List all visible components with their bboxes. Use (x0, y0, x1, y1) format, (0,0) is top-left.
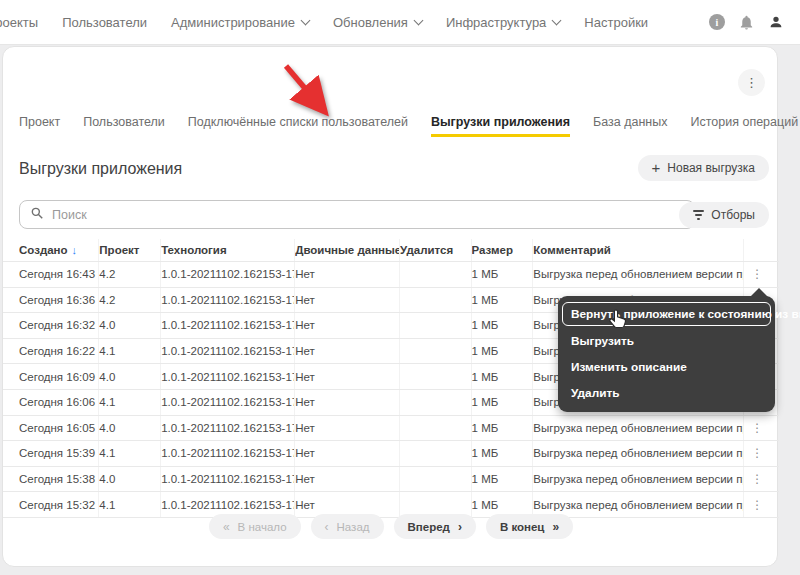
cell-project: 4.2 (99, 288, 161, 313)
row-menu-button[interactable]: ⋮ (751, 446, 763, 460)
tab-operation-history[interactable]: История операций (690, 115, 798, 137)
cell-technology: 1.0.1-20211102.162153-173 (161, 467, 295, 492)
nav-item-projects[interactable]: Проекты (0, 15, 38, 30)
cell-binary-data: Нет (295, 364, 400, 389)
search-input[interactable] (52, 208, 684, 222)
cell-technology: 1.0.1-20211102.162153-173 (161, 313, 295, 338)
cell-comment: Выгрузка перед обновлением версии проект… (533, 467, 743, 492)
cell-binary-data: Нет (295, 262, 400, 287)
main-nav: Проекты Пользователи Администрирование О… (0, 15, 648, 30)
info-icon[interactable]: i (709, 14, 725, 30)
nav-item-settings[interactable]: Настройки (584, 15, 648, 30)
menu-item-restore-from-dump[interactable]: Вернуть приложение к состоянию из выгруз… (562, 302, 771, 326)
cell-created: Сегодня 15:39 (19, 441, 99, 466)
cell-project: 4.0 (99, 416, 161, 441)
cell-size: 1 МБ (472, 288, 534, 313)
cell-expires (400, 262, 472, 287)
cell-comment: Выгрузка перед обновлением версии проект… (533, 262, 743, 287)
cell-expires (400, 390, 472, 415)
pagination-next-button[interactable]: Вперед › (394, 514, 476, 539)
cell-created: Сегодня 16:09 (19, 364, 99, 389)
cell-technology: 1.0.1-20211102.162153-173 (161, 364, 295, 389)
cell-technology: 1.0.1-20211102.162153-173 (161, 262, 295, 287)
cell-technology: 1.0.1-20211102.162153-173 (161, 390, 295, 415)
column-header-comment[interactable]: Комментарий (533, 239, 743, 261)
tab-database[interactable]: База данных (593, 115, 667, 137)
cell-created: Сегодня 16:05 (19, 416, 99, 441)
user-icon[interactable] (768, 14, 784, 30)
cell-created: Сегодня 16:36 (19, 288, 99, 313)
top-navigation-bar: Проекты Пользователи Администрирование О… (0, 0, 800, 45)
table-row[interactable]: Сегодня 15:38 4.0 1.0.1-20211102.162153-… (3, 467, 779, 493)
column-header-technology[interactable]: Технология (161, 239, 295, 261)
cell-created: Сегодня 16:06 (19, 390, 99, 415)
cell-expires (400, 416, 472, 441)
cell-technology: 1.0.1-20211102.162153-173 (161, 288, 295, 313)
filter-icon (693, 210, 704, 220)
chevron-down-icon (552, 15, 562, 25)
search-icon (30, 206, 44, 224)
cell-technology: 1.0.1-20211102.162153-173 (161, 416, 295, 441)
menu-item-edit-description[interactable]: Изменить описание (558, 354, 775, 380)
cell-expires (400, 441, 472, 466)
nav-item-infrastructure[interactable]: Инфраструктура (446, 15, 560, 30)
pagination-last-button[interactable]: В конец » (486, 514, 573, 539)
cell-technology: 1.0.1-20211102.162153-173 (161, 441, 295, 466)
cell-expires (400, 339, 472, 364)
column-header-project[interactable]: Проект (99, 239, 161, 261)
column-header-size[interactable]: Размер (472, 239, 534, 261)
column-header-expires[interactable]: Удалится (400, 239, 472, 261)
cell-comment: Выгрузка перед обновлением версии проект… (533, 416, 743, 441)
nav-item-administration[interactable]: Администрирование (171, 15, 309, 30)
column-header-binary-data[interactable]: Двоичные данные (295, 239, 400, 261)
row-menu-button[interactable]: ⋮ (751, 267, 763, 281)
table-row[interactable]: Сегодня 16:43 4.2 1.0.1-20211102.162153-… (3, 262, 779, 288)
cell-project: 4.0 (99, 467, 161, 492)
cell-binary-data: Нет (295, 416, 400, 441)
menu-item-delete[interactable]: Удалить (558, 380, 775, 406)
nav-item-updates[interactable]: Обновления (333, 15, 422, 30)
new-dump-button[interactable]: + Новая выгрузка (638, 155, 769, 181)
chevron-left-icon: ‹ (325, 520, 329, 534)
cell-expires (400, 364, 472, 389)
nav-item-users[interactable]: Пользователи (62, 15, 147, 30)
cell-created: Сегодня 16:32 (19, 313, 99, 338)
table-header-row: Создано ↓ Проект Технология Двоичные дан… (3, 239, 779, 262)
row-menu-button[interactable]: ⋮ (751, 498, 763, 512)
cell-project: 4.1 (99, 339, 161, 364)
cell-binary-data: Нет (295, 339, 400, 364)
sort-desc-icon: ↓ (72, 244, 78, 256)
cell-project: 4.1 (99, 441, 161, 466)
row-menu-button[interactable]: ⋮ (751, 421, 763, 435)
pagination: « В начало ‹ Назад Вперед › В конец » (3, 514, 779, 539)
cell-size: 1 МБ (472, 262, 534, 287)
cell-size: 1 МБ (472, 313, 534, 338)
pagination-first-button[interactable]: « В начало (209, 514, 301, 539)
table-row[interactable]: Сегодня 15:39 4.1 1.0.1-20211102.162153-… (3, 441, 779, 467)
cell-comment: Выгрузка перед обновлением версии проект… (533, 441, 743, 466)
chevron-right-icon: › (458, 520, 462, 534)
plus-icon: + (652, 159, 661, 176)
filters-button[interactable]: Отборы (679, 202, 769, 228)
tab-users[interactable]: Пользователи (83, 115, 165, 137)
bell-icon[interactable] (738, 14, 755, 31)
pagination-prev-button[interactable]: ‹ Назад (311, 514, 384, 539)
tab-connected-user-lists[interactable]: Подключённые списки пользователей (188, 115, 408, 137)
table-row[interactable]: Сегодня 16:05 4.0 1.0.1-20211102.162153-… (3, 416, 779, 442)
cell-size: 1 МБ (472, 364, 534, 389)
search-field (19, 200, 695, 229)
cell-size: 1 МБ (472, 441, 534, 466)
cell-size: 1 МБ (472, 339, 534, 364)
cell-expires (400, 467, 472, 492)
tab-application-dumps[interactable]: Выгрузки приложения (431, 115, 570, 137)
cell-created: Сегодня 16:22 (19, 339, 99, 364)
cell-size: 1 МБ (472, 416, 534, 441)
cell-project: 4.1 (99, 390, 161, 415)
double-chevron-left-icon: « (223, 520, 230, 534)
menu-item-download[interactable]: Выгрузить (558, 328, 775, 354)
column-header-created[interactable]: Создано ↓ (19, 239, 99, 261)
page-menu-button[interactable]: ⋮ (738, 69, 765, 96)
row-menu-button[interactable]: ⋮ (751, 472, 763, 486)
tab-project[interactable]: Проект (19, 115, 60, 137)
page-title: Выгрузки приложения (19, 160, 182, 178)
